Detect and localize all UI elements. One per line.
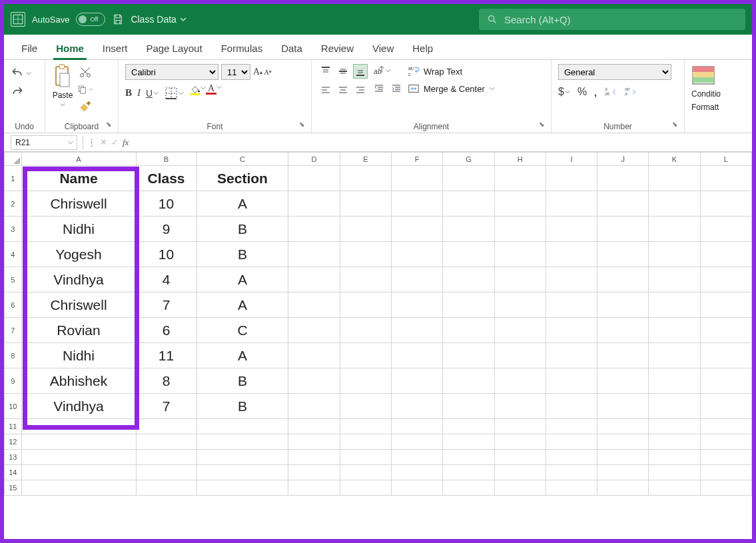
increase-decimal-button[interactable]: .0.00	[604, 87, 617, 97]
cell-H10[interactable]	[494, 394, 546, 419]
cell-H12[interactable]	[494, 434, 546, 450]
cell-L3[interactable]	[700, 217, 751, 242]
enter-formula-icon[interactable]: ✓	[111, 137, 119, 147]
cell-A4[interactable]: Yogesh	[21, 242, 136, 267]
select-all-corner[interactable]	[5, 153, 22, 166]
cell-A14[interactable]	[21, 465, 136, 480]
cell-D7[interactable]	[288, 318, 340, 343]
filename-dropdown[interactable]: Class Data	[131, 14, 187, 25]
tab-home[interactable]: Home	[47, 37, 93, 59]
cell-F2[interactable]	[392, 191, 443, 217]
cell-A7[interactable]: Rovian	[21, 318, 136, 343]
cell-D4[interactable]	[288, 242, 340, 267]
row-header-6[interactable]: 6	[5, 292, 22, 318]
search-box[interactable]: Search (Alt+Q)	[479, 9, 745, 30]
cell-L1[interactable]	[700, 166, 751, 191]
cell-I10[interactable]	[546, 394, 597, 419]
undo-button[interactable]	[11, 67, 32, 80]
cell-B10[interactable]: 7	[136, 394, 196, 419]
cell-C6[interactable]: A	[196, 292, 288, 318]
cell-E14[interactable]	[340, 465, 391, 480]
cell-K2[interactable]	[649, 191, 700, 217]
cell-L13[interactable]	[700, 450, 751, 465]
cell-B1[interactable]: Class	[136, 166, 196, 191]
cell-I1[interactable]	[546, 166, 597, 191]
cell-H14[interactable]	[494, 465, 546, 480]
cell-G6[interactable]	[443, 292, 494, 318]
cell-D11[interactable]	[288, 419, 340, 434]
cell-G4[interactable]	[443, 242, 494, 267]
cell-L11[interactable]	[700, 419, 751, 434]
cell-F5[interactable]	[392, 267, 443, 292]
cell-J2[interactable]	[597, 191, 649, 217]
cell-B14[interactable]	[136, 465, 196, 480]
align-bottom[interactable]	[353, 64, 368, 79]
cell-F13[interactable]	[392, 450, 443, 465]
cell-J8[interactable]	[597, 343, 649, 368]
cell-I8[interactable]	[546, 343, 597, 368]
cell-G8[interactable]	[443, 343, 494, 368]
cell-G11[interactable]	[443, 419, 494, 434]
cell-K7[interactable]	[649, 318, 700, 343]
cell-A1[interactable]: Name	[21, 166, 136, 191]
cell-H13[interactable]	[494, 450, 546, 465]
cell-E5[interactable]	[340, 267, 391, 292]
cell-E3[interactable]	[340, 217, 391, 242]
tab-page-layout[interactable]: Page Layout	[137, 37, 211, 59]
cell-I2[interactable]	[546, 191, 597, 217]
cell-G12[interactable]	[443, 434, 494, 450]
formula-input[interactable]	[131, 135, 752, 150]
cell-C2[interactable]: A	[196, 191, 288, 217]
decrease-font-size[interactable]: A▾	[264, 68, 272, 76]
row-header-5[interactable]: 5	[5, 267, 22, 292]
col-header-H[interactable]: H	[494, 153, 546, 166]
cell-L5[interactable]	[700, 267, 751, 292]
cell-A6[interactable]: Chriswell	[21, 292, 136, 318]
number-dialog-launcher[interactable]: ⬊	[672, 121, 681, 130]
cell-I15[interactable]	[546, 480, 597, 496]
cancel-formula-icon[interactable]: ✕	[100, 137, 107, 147]
cell-G3[interactable]	[443, 217, 494, 242]
cell-H6[interactable]	[494, 292, 546, 318]
cell-L2[interactable]	[700, 191, 751, 217]
tab-formulas[interactable]: Formulas	[212, 37, 272, 59]
cell-K11[interactable]	[649, 419, 700, 434]
cell-K4[interactable]	[649, 242, 700, 267]
name-box[interactable]: R21	[11, 135, 77, 150]
cell-E1[interactable]	[340, 166, 391, 191]
cell-B3[interactable]: 9	[136, 217, 196, 242]
comma-format-button[interactable]: ,	[593, 84, 597, 99]
cell-E9[interactable]	[340, 368, 391, 394]
cell-E7[interactable]	[340, 318, 391, 343]
col-header-B[interactable]: B	[136, 153, 196, 166]
tab-review[interactable]: Review	[312, 37, 363, 59]
cell-E12[interactable]	[340, 434, 391, 450]
cell-L10[interactable]	[700, 394, 751, 419]
cell-H5[interactable]	[494, 267, 546, 292]
cell-F14[interactable]	[392, 465, 443, 480]
cell-K8[interactable]	[649, 343, 700, 368]
cell-C1[interactable]: Section	[196, 166, 288, 191]
col-header-C[interactable]: C	[196, 153, 288, 166]
cell-K12[interactable]	[649, 434, 700, 450]
underline-button[interactable]: U	[146, 88, 159, 99]
percent-format-button[interactable]: %	[577, 86, 587, 98]
cell-B7[interactable]: 6	[136, 318, 196, 343]
row-header-14[interactable]: 14	[5, 465, 22, 480]
cell-C5[interactable]: A	[196, 267, 288, 292]
cell-I7[interactable]	[546, 318, 597, 343]
cell-E13[interactable]	[340, 450, 391, 465]
cell-J13[interactable]	[597, 450, 649, 465]
redo-button[interactable]	[11, 85, 24, 99]
cell-I3[interactable]	[546, 217, 597, 242]
cell-E2[interactable]	[340, 191, 391, 217]
cell-I12[interactable]	[546, 434, 597, 450]
cell-K3[interactable]	[649, 217, 700, 242]
conditional-formatting-button[interactable]: Conditio Formatt	[691, 64, 725, 131]
cell-K6[interactable]	[649, 292, 700, 318]
cell-B12[interactable]	[136, 434, 196, 450]
cell-A15[interactable]	[21, 480, 136, 496]
cell-A9[interactable]: Abhishek	[21, 368, 136, 394]
cell-B11[interactable]	[136, 419, 196, 434]
cell-B9[interactable]: 8	[136, 368, 196, 394]
